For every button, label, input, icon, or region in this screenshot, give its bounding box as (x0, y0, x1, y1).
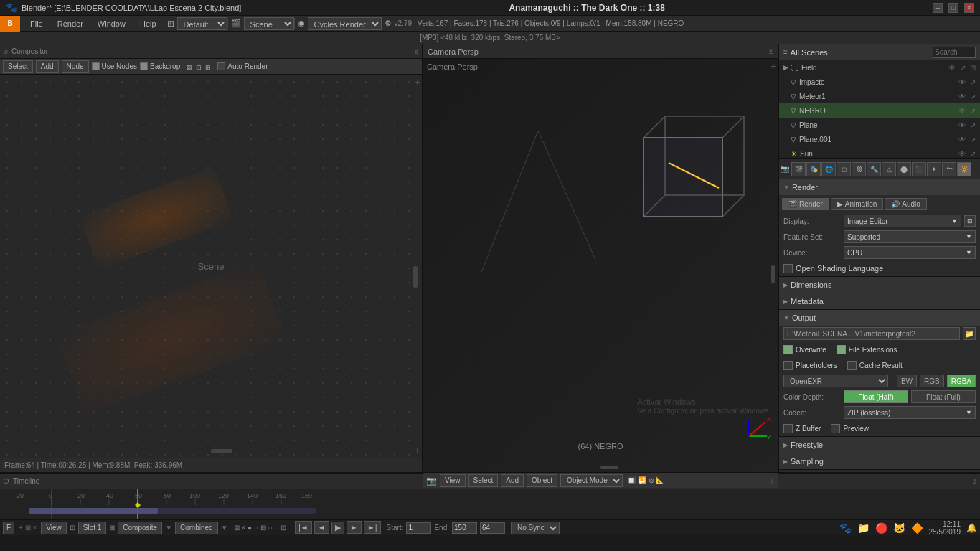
scene-selector[interactable]: Scene (244, 17, 294, 30)
view-btn[interactable]: View (41, 522, 67, 534)
tree-select-field[interactable]: ↗ (960, 64, 966, 72)
tree-select-meteor1[interactable]: ↗ (970, 93, 976, 100)
view-icon-2[interactable]: ⊡ (196, 64, 202, 71)
start-frame-input[interactable] (406, 522, 431, 534)
viewport-collapse-icon[interactable]: ⊻ (768, 48, 773, 55)
menu-file[interactable]: File (23, 18, 50, 29)
props-btn-physics[interactable]: 〜 (942, 162, 956, 176)
tree-item-sun[interactable]: ☀ Sun 👁 ↗ (779, 146, 980, 158)
scene-tree[interactable]: ▶ ⛶ Field 👁 ↗ ⊡ ▽ Impacto 👁 ↗ ▽ Meteor1 … (779, 60, 980, 158)
viewport-object-btn[interactable]: Object (527, 474, 557, 487)
end-frame-input[interactable] (452, 522, 477, 534)
viewport-extra-icon[interactable]: + (769, 475, 775, 486)
props-btn-particles[interactable]: ✦ (927, 162, 941, 176)
sampling-header[interactable]: ▶ Sampling (779, 453, 980, 469)
view-icon-3[interactable]: ⊞ (205, 64, 211, 71)
preview-checkbox[interactable] (831, 424, 840, 433)
cache-result-checkbox[interactable] (847, 361, 857, 370)
use-nodes-checkbox[interactable] (92, 62, 100, 70)
menu-window[interactable]: Window (90, 18, 133, 29)
taskbar-extra-btn[interactable]: 🔶 (911, 522, 923, 534)
codec-value[interactable]: ZIP (lossless) ▼ (844, 406, 976, 419)
tree-eye-negro[interactable]: 👁 (958, 107, 966, 115)
resize-handle[interactable] (413, 266, 418, 288)
placeholders-check[interactable]: Placeholders (783, 361, 837, 370)
tab-render[interactable]: 🎬 Render (782, 198, 829, 210)
taskbar-opera-btn[interactable]: 🔴 (875, 522, 887, 534)
dimensions-header[interactable]: ▶ Dimensions (779, 277, 980, 293)
add-button[interactable]: Add (36, 60, 59, 73)
panel-collapse-icon[interactable]: ⊻ (414, 48, 419, 55)
props-btn-render-settings[interactable]: 🔆 (957, 162, 971, 176)
output-folder-btn[interactable]: 📁 (963, 327, 976, 340)
tree-select-negro[interactable]: ↗ (970, 107, 976, 115)
props-btn-scene[interactable]: 🎭 (806, 162, 821, 176)
auto-render-check[interactable]: Auto Render (217, 62, 268, 70)
viewport-scene[interactable]: Camera Persp (64) NEGRO X Y Z + Acti (423, 59, 778, 472)
workspace-selector[interactable]: Default (177, 17, 227, 30)
tree-extra-field[interactable]: ⊡ (970, 64, 976, 72)
node-button[interactable]: Node (62, 60, 89, 73)
sync-selector[interactable]: No Sync (511, 522, 560, 534)
add-node-icon-tr[interactable]: + (415, 76, 420, 88)
compositor-btn[interactable]: Composite (118, 522, 162, 534)
menu-render[interactable]: Render (50, 18, 90, 29)
format-rgb-btn[interactable]: RGB (920, 375, 944, 387)
tree-select-plane[interactable]: ↗ (970, 121, 976, 129)
resize-handle-v[interactable] (211, 449, 232, 453)
tree-select-plane001[interactable]: ↗ (970, 136, 976, 143)
tree-eye-sun[interactable]: 👁 (958, 150, 966, 158)
format-rgba-btn[interactable]: RGBA (947, 375, 976, 387)
viewport-resize-v[interactable] (600, 466, 618, 469)
placeholders-checkbox[interactable] (783, 361, 793, 370)
camera-icon[interactable]: 📷 (426, 476, 437, 486)
format-bw-btn[interactable]: BW (897, 375, 917, 387)
frame-indicator-btn[interactable]: F (3, 522, 14, 534)
close-button[interactable]: ✕ (964, 3, 974, 13)
display-extra-btn[interactable]: ⊡ (964, 215, 976, 227)
tree-item-negro[interactable]: ▽ NEGRO 👁 ↗ (779, 103, 980, 118)
current-frame-input[interactable] (480, 522, 505, 534)
props-btn-modifiers[interactable]: 🔧 (867, 162, 881, 176)
frame-play-btn[interactable]: ▶ (331, 522, 344, 534)
tree-eye-plane001[interactable]: 👁 (958, 136, 966, 143)
object-mode-selector[interactable]: Object Mode (560, 474, 623, 487)
osl-checkbox[interactable] (783, 264, 793, 273)
minimize-button[interactable]: ─ (933, 3, 943, 13)
output-path-field[interactable]: E:\Meteo\ESCENA ...V1\meteorpngtest2 (783, 327, 960, 340)
props-btn-constraints[interactable]: ⛓ (852, 162, 866, 176)
title-bar-right[interactable]: ─ □ ✕ (933, 3, 974, 13)
taskbar-notification-icon[interactable]: 🔔 (966, 523, 977, 533)
timeline-content[interactable]: -20 0 20 40 60 80 100 120 140 160 169 (0, 489, 980, 519)
taskbar-blender-btn[interactable]: 🐱 (893, 522, 905, 534)
overwrite-checkbox[interactable] (783, 345, 793, 354)
color-depth-half-btn[interactable]: Float (Half) (844, 390, 908, 403)
node-canvas[interactable]: Scene + + (0, 75, 422, 458)
tree-eye-impacto[interactable]: 👁 (958, 78, 966, 86)
viewport-add-btn[interactable]: Add (501, 474, 524, 487)
auto-render-checkbox[interactable] (217, 62, 225, 70)
zbuffer-check[interactable]: Z Buffer (783, 424, 821, 433)
maximize-button[interactable]: □ (948, 3, 958, 13)
file-ext-check[interactable]: File Extensions (837, 345, 897, 354)
node-canvas-area[interactable]: Scene + + (0, 75, 422, 458)
tree-select-impacto[interactable]: ↗ (970, 78, 976, 86)
viewport-add-icon[interactable]: + (771, 60, 776, 72)
backdrop-check[interactable]: Backdrop (140, 62, 180, 70)
props-btn-object[interactable]: ◻ (837, 162, 851, 176)
props-btn-render[interactable]: 🎬 (791, 162, 806, 176)
timeline-collapse[interactable]: ⊻ (972, 478, 977, 485)
renderer-selector[interactable]: Cycles Render (308, 17, 382, 30)
format-selector[interactable]: OpenEXR (783, 375, 888, 387)
blender-menu-logo[interactable]: B (0, 16, 20, 32)
viewport-select-btn[interactable]: Select (468, 474, 499, 487)
display-value[interactable]: Image Editor ▼ (844, 215, 961, 227)
viewport-3d[interactable]: Camera Persp (64) NEGRO X Y Z + Acti (423, 59, 778, 472)
tree-select-sun[interactable]: ↗ (970, 150, 976, 158)
tree-eye-plane[interactable]: 👁 (958, 121, 966, 129)
props-render-header[interactable]: ▼ Render (779, 179, 980, 195)
output-header[interactable]: ▼ Output (779, 310, 980, 326)
tree-item-plane001[interactable]: ▽ Plane.001 👁 ↗ (779, 132, 980, 146)
tab-animation[interactable]: ▶ Animation (831, 198, 883, 210)
outliner-search[interactable] (933, 47, 976, 58)
